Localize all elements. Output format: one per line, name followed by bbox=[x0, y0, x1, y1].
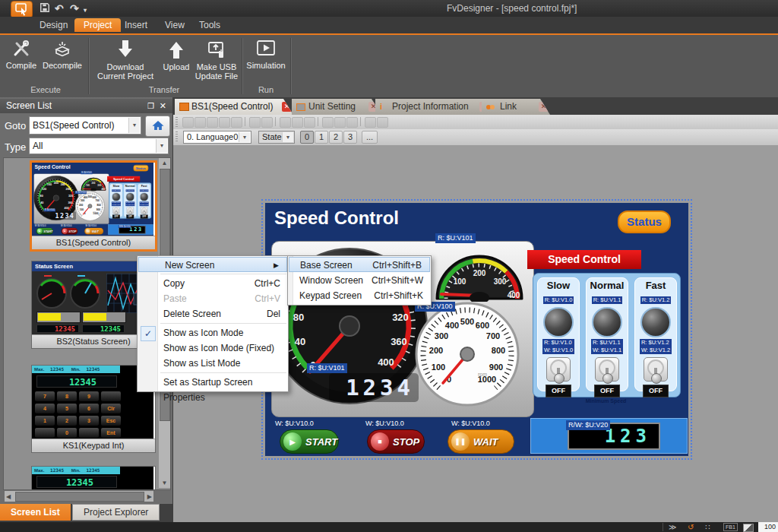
toggle-switch[interactable] bbox=[127, 207, 134, 214]
status-button[interactable]: Status bbox=[133, 165, 148, 172]
state-button-3[interactable]: 3 bbox=[343, 131, 357, 144]
status-button[interactable]: Status bbox=[618, 211, 671, 233]
submenu-item-keypad-screen[interactable]: Keypad ScreenCtrl+Shift+K bbox=[288, 288, 431, 303]
tab-project[interactable]: Project bbox=[74, 18, 121, 32]
rotate-icon[interactable]: ↺ bbox=[688, 522, 694, 532]
wait-button[interactable]: ❚❚ WAIT bbox=[84, 228, 103, 235]
menu-item-new-screen[interactable]: New Screen ▶ bbox=[138, 257, 287, 272]
zoom-level[interactable]: 100 bbox=[758, 522, 778, 532]
rpm-gauge[interactable]: 0 100 200 300 400 500 600 700 800 900 10… bbox=[414, 301, 520, 407]
switch-card-fast[interactable]: Fast R: $U:V1.2 R: $U:V1.2W: $U:V1.2 OFF bbox=[634, 277, 677, 391]
scroll-left-icon[interactable]: ◀ bbox=[6, 493, 11, 500]
float-window-icon[interactable]: ❐ bbox=[147, 99, 154, 113]
scroll-right-icon[interactable]: ▶ bbox=[147, 493, 152, 500]
switch-card-normal[interactable]: Normal R: $U:V1.1 R: $U:V1.1W: $U:V1.1 O… bbox=[586, 277, 628, 391]
hmi-screen-selection[interactable]: Speed Control Status 0 bbox=[265, 203, 688, 456]
speed-gauge-arc[interactable]: 100 200 300 400 bbox=[434, 242, 525, 302]
dock-tab-screen-list[interactable]: Screen List bbox=[0, 504, 71, 521]
app-menu-button[interactable] bbox=[11, 1, 33, 18]
goto-home-button[interactable] bbox=[145, 116, 170, 137]
tab-insert[interactable]: Insert bbox=[115, 18, 157, 32]
scroll-up-icon[interactable]: ▲ bbox=[159, 160, 170, 166]
menu-item-properties[interactable]: Properties bbox=[138, 390, 288, 405]
switch-card-slow[interactable]: Slow R: $U:V1.0 R: $U:V1.0W: $U:V1.0 OFF bbox=[110, 184, 122, 217]
lamp-button[interactable] bbox=[112, 192, 120, 201]
upload-button[interactable]: Upload bbox=[160, 38, 193, 71]
goto-dropdown-arrow-icon[interactable]: ▾ bbox=[128, 118, 140, 133]
grid-icon[interactable]: ∷ bbox=[705, 522, 710, 532]
menu-item-show-as-list-mode[interactable]: Show as List Mode bbox=[138, 356, 288, 371]
close-tab-icon[interactable]: ✕ bbox=[282, 102, 292, 112]
language-dropdown-arrow-icon[interactable]: ▾ bbox=[239, 132, 250, 142]
undo-icon[interactable]: ↶ bbox=[55, 2, 64, 14]
tab-view[interactable]: View bbox=[156, 18, 194, 32]
tab-design[interactable]: Design bbox=[30, 18, 77, 32]
numeric-entry-box[interactable]: R/W: $U:V20 123 bbox=[530, 418, 688, 454]
toolbar-grip[interactable] bbox=[176, 131, 178, 143]
thumbnail-bs1[interactable]: Speed Control Status 0 bbox=[30, 160, 157, 252]
rpm-gauge[interactable]: 0 100 200 300 400 500 600 700 800 900 10… bbox=[74, 191, 105, 221]
toggle-switch[interactable] bbox=[112, 207, 119, 214]
toolbar-grip[interactable] bbox=[176, 117, 178, 127]
hmi-screen[interactable]: Speed Control Status 0 bbox=[265, 203, 688, 456]
lamp-button[interactable] bbox=[592, 307, 622, 337]
switch-card-normal[interactable]: Normal R: $U:V1.1 R: $U:V1.1W: $U:V1.1 O… bbox=[124, 184, 136, 217]
submenu-item-base-screen[interactable]: Base ScreenCtrl+Shift+B bbox=[289, 257, 430, 272]
doc-tab-unit-setting[interactable]: Unit Setting ✕ bbox=[292, 99, 381, 115]
toggle-switch[interactable] bbox=[141, 207, 147, 214]
toggle-switch[interactable] bbox=[546, 357, 571, 382]
doc-tab-link[interactable]: Link ✕ bbox=[482, 99, 550, 115]
doc-tab-project-information[interactable]: i Project Information ✕ bbox=[375, 99, 492, 115]
start-button[interactable]: ▶ START bbox=[280, 429, 339, 454]
state-button-0[interactable]: 0 bbox=[300, 131, 314, 144]
stop-button[interactable]: ■ STOP bbox=[367, 429, 425, 454]
doc-tab-bs1[interactable]: BS1(Speed Control) ✕ bbox=[175, 99, 293, 115]
numeric-entry-box[interactable]: R/W: $U:V20 123 bbox=[108, 224, 153, 235]
close-panel-icon[interactable]: ✕ bbox=[160, 99, 166, 113]
close-tab-icon[interactable]: ✕ bbox=[539, 102, 549, 112]
compile-button[interactable]: Compile bbox=[3, 38, 40, 70]
thumbnail-ks2-partial[interactable]: Max. 12345 Min. 12345 12345 bbox=[31, 466, 156, 490]
menu-item-show-as-icon-mode-fixed[interactable]: Show as Icon Mode (Fixed) bbox=[138, 340, 288, 356]
contrast-icon[interactable] bbox=[743, 524, 754, 532]
wait-button[interactable]: ❚❚ WAIT bbox=[448, 429, 514, 454]
menu-item-copy[interactable]: CopyCtrl+C bbox=[138, 276, 288, 291]
hmi-screen[interactable]: Speed Control Status 0 bbox=[32, 163, 153, 236]
state-dropdown-arrow-icon[interactable]: ▾ bbox=[282, 132, 293, 142]
menu-item-set-as-startup-screen[interactable]: Set as Startup Screen bbox=[138, 375, 288, 390]
quick-access-caret-icon[interactable]: ▾ bbox=[84, 5, 87, 17]
simulation-button[interactable]: Simulation bbox=[245, 38, 287, 70]
type-combobox[interactable]: All ▾ bbox=[29, 138, 169, 154]
lamp-button[interactable] bbox=[140, 192, 148, 201]
state-button-1[interactable]: 1 bbox=[315, 131, 328, 144]
make-usb-update-file-button[interactable]: Make USB Update File bbox=[194, 38, 239, 81]
dock-tab-project-explorer[interactable]: Project Explorer bbox=[72, 504, 160, 521]
language-combobox[interactable]: 0. Language0 ▾ bbox=[183, 131, 251, 144]
switch-card-slow[interactable]: Slow R: $U:V1.0 R: $U:V1.0W: $U:V1.0 OFF bbox=[537, 277, 580, 391]
redo-icon[interactable]: ↷ bbox=[70, 2, 79, 14]
fb1-indicator[interactable]: FB1 bbox=[723, 523, 738, 531]
goto-combobox[interactable]: BS1(Speed Control) ▾ bbox=[29, 116, 141, 135]
state-button-2[interactable]: 2 bbox=[329, 131, 343, 144]
menu-item-delete-screen[interactable]: Delete ScreenDel bbox=[138, 306, 288, 321]
lamp-button[interactable] bbox=[640, 307, 671, 337]
menu-item-show-as-icon-mode[interactable]: ✓ Show as Icon Mode bbox=[138, 325, 288, 340]
state-more-button[interactable]: ... bbox=[362, 131, 378, 144]
tab-tools[interactable]: Tools bbox=[190, 18, 229, 32]
speed-gauge-arc[interactable]: 100 200 300 400 bbox=[81, 174, 106, 191]
lamp-button[interactable] bbox=[126, 192, 134, 201]
scrollbar-thumb[interactable] bbox=[15, 492, 144, 502]
type-dropdown-arrow-icon[interactable]: ▾ bbox=[156, 139, 167, 153]
switch-card-fast[interactable]: Fast R: $U:V1.2 R: $U:V1.2W: $U:V1.2 OFF bbox=[138, 184, 150, 217]
save-icon[interactable] bbox=[40, 2, 50, 15]
download-current-project-button[interactable]: Download Current Project bbox=[93, 38, 158, 81]
submenu-item-window-screen[interactable]: Window ScreenCtrl+Shift+W bbox=[288, 273, 431, 288]
stop-button[interactable]: ■ STOP bbox=[61, 228, 77, 235]
state-combobox[interactable]: State 0 ▾ bbox=[258, 131, 295, 144]
scroll-down-icon[interactable]: ▼ bbox=[159, 480, 170, 486]
toggle-switch[interactable] bbox=[595, 357, 619, 382]
lamp-button[interactable] bbox=[543, 307, 574, 337]
list-horizontal-scrollbar[interactable]: ◀ ▶ bbox=[5, 491, 153, 502]
start-button[interactable]: ▶ START bbox=[36, 228, 52, 235]
toggle-switch[interactable] bbox=[644, 357, 668, 382]
